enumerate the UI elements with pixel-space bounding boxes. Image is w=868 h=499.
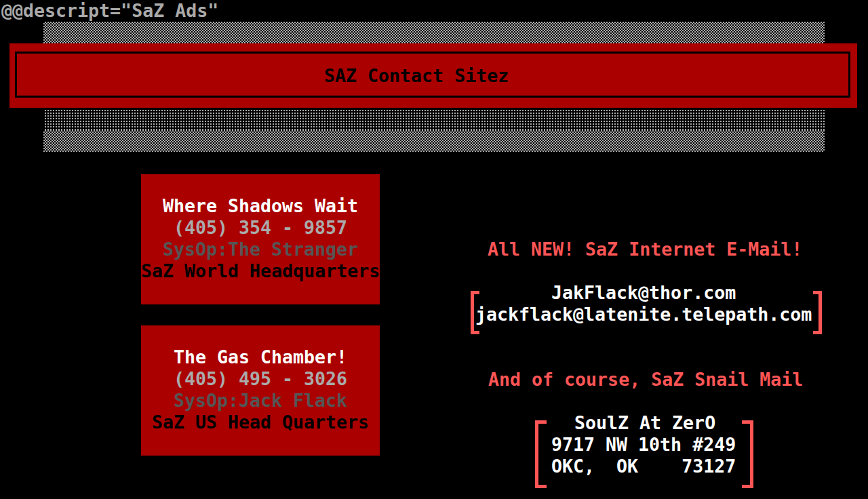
snail-city: OKC, OK 73127 <box>551 456 736 477</box>
bbs-sysop: SysOp:The Stranger <box>141 239 380 260</box>
dither-band-bottom <box>43 130 825 152</box>
bbs-sysop: SysOp:Jack Flack <box>141 390 380 412</box>
snail-org: SoulZ At ZerO <box>574 412 715 434</box>
bbs-name: Where Shadows Wait <box>141 195 380 217</box>
dither-band-top <box>43 22 825 43</box>
bbs-card-world-hq: Where Shadows Wait (405) 354 - 9857 SysO… <box>141 174 380 304</box>
bbs-card-us-hq: The Gas Chamber! (405) 495 - 3026 SysOp:… <box>141 325 380 456</box>
bbs-name: The Gas Chamber! <box>141 346 380 368</box>
email-address-2: jackflack@latenite.telepath.com <box>475 304 812 325</box>
banner-title: SAZ Contact Sitez <box>324 65 509 87</box>
ansi-bbs-ad-screen: @@descript="SaZ Ads" SAZ Contact Sitez W… <box>0 0 868 499</box>
bbs-caption: SaZ US Head Quarters <box>141 412 380 433</box>
dither-band-dark <box>43 108 825 130</box>
email-heading: All NEW! SaZ Internet E-Mail! <box>488 239 802 260</box>
email-address-1: JakFlack@thor.com <box>551 282 736 304</box>
snail-street: 9717 NW 10th #249 <box>551 434 736 456</box>
bbs-phone: (405) 354 - 9857 <box>141 217 380 239</box>
right-bracket-icon <box>742 420 753 488</box>
snail-mail-heading: And of course, SaZ Snail Mail <box>488 369 803 391</box>
left-bracket-icon <box>535 420 547 488</box>
bbs-caption: SaZ World Headquarters <box>141 260 380 282</box>
descript-line: @@descript="SaZ Ads" <box>1 0 218 22</box>
right-bracket-icon <box>813 291 822 334</box>
bbs-phone: (405) 495 - 3026 <box>141 368 380 390</box>
